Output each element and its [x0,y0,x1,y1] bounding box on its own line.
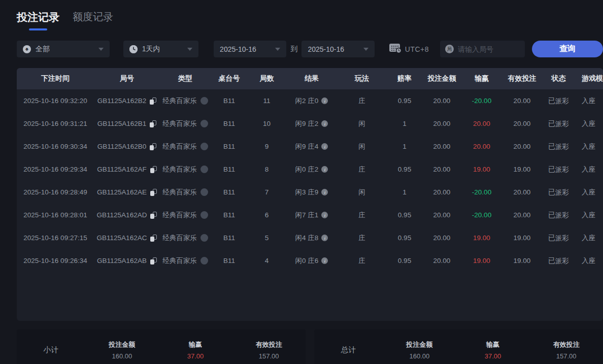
game-type-text: 经典百家乐 [162,96,197,106]
info-icon[interactable]: i [321,97,328,104]
info-icon[interactable]: i [321,166,328,173]
column-header-type: 类型 [160,68,211,89]
info-icon[interactable]: i [321,120,328,127]
cell-play: 闲 [338,112,386,135]
cell-mode: 入座 [576,89,603,112]
chevron-down-icon [275,48,280,51]
info-icon[interactable]: i [321,235,328,241]
table-row[interactable]: 2025-10-16 09:28:01 GB1125A162AD 经典百家乐 B… [17,204,603,226]
copy-icon[interactable] [150,189,157,196]
time-range-select[interactable]: 1天内 [123,41,198,57]
cell-odds: 1 [386,135,423,158]
cell-result: 闲0 庄2 i [286,158,338,181]
info-icon[interactable]: i [321,212,328,218]
round-id-search[interactable]: 局 [440,41,525,57]
date-from-select[interactable]: 2025-10-16 [214,41,286,57]
table-row[interactable]: 2025-10-16 09:26:34 GB1125A162AB 经典百家乐 B… [17,249,603,272]
cell-time: 2025-10-16 09:28:01 [17,204,94,226]
result-text: 闲4 庄8 [295,234,319,243]
cell-time: 2025-10-16 09:26:34 [17,249,94,272]
cell-status: 已派彩 [542,158,576,181]
total-bet: 投注金额 160.00 [383,340,456,360]
round-id-input[interactable] [458,45,520,53]
cell-play: 闲 [338,135,386,158]
date-to-select[interactable]: 2025-10-16 [302,41,374,57]
result-text: 闲3 庄9 [295,188,319,197]
copy-icon[interactable] [150,166,157,173]
table-header-row: 下注时间 局号 类型 桌台号 局数 结果 玩法 赔率 投注金额 输赢 有效投注 … [17,68,603,89]
cell-round-id: GB1125A162AF [94,158,160,181]
cell-valid: 19.00 [502,226,542,249]
calendar-clock-icon [389,43,401,55]
game-type-text: 经典百家乐 [162,188,197,197]
cell-mode: 入座 [576,181,603,204]
cell-valid: 19.00 [502,158,542,181]
copy-icon[interactable] [150,120,156,127]
cell-round-id: GB1125A162AB [94,249,160,272]
table-row[interactable]: 2025-10-16 09:31:21 GB1125A162B1 经典百家乐 B… [17,112,603,135]
table-row[interactable]: 2025-10-16 09:27:15 GB1125A162AC 经典百家乐 B… [17,226,603,249]
copy-icon[interactable] [150,235,157,242]
tab-quota-records[interactable]: 额度记录 [73,10,113,24]
table-row[interactable]: 2025-10-16 09:29:34 GB1125A162AF 经典百家乐 B… [17,158,603,181]
cell-winloss: 19.00 [461,226,502,249]
subtotal-bet: 投注金额 160.00 [85,340,159,360]
info-icon[interactable]: i [321,143,328,150]
copy-icon[interactable] [150,143,156,150]
cell-bet: 20.00 [423,181,461,204]
result-text: 闲2 庄0 [295,96,319,106]
game-logo-icon [200,166,208,173]
info-icon[interactable]: i [321,257,328,264]
copy-icon[interactable] [150,257,157,264]
table-row[interactable]: 2025-10-16 09:28:49 GB1125A162AE 经典百家乐 B… [17,181,603,204]
cell-winloss: 20.00 [461,112,502,135]
cell-result: 闲4 庄8 i [286,226,338,249]
chevron-down-icon [363,48,368,51]
round-id-text: GB1125A162AC [97,234,147,242]
round-id-text: GB1125A162AE [97,188,147,196]
cell-valid: 19.00 [502,249,542,272]
cell-round-num: 11 [248,89,286,112]
cell-play: 庄 [338,158,386,181]
game-logo-icon [200,97,208,105]
total-bet-value: 160.00 [383,352,456,360]
cell-mode: 入座 [576,158,603,181]
tab-quota-records-label: 额度记录 [73,10,113,24]
cell-valid: 20.00 [502,181,542,204]
total-winloss-value: 37.00 [456,352,530,360]
subtotal-bet-value: 160.00 [85,352,159,360]
table-row[interactable]: 2025-10-16 09:30:34 GB1125A162B0 经典百家乐 B… [17,135,603,158]
table-row[interactable]: 2025-10-16 09:32:20 GB1125A162B2 经典百家乐 B… [17,89,603,112]
total-title: 总计 [314,345,383,355]
info-icon[interactable]: i [321,189,328,195]
copy-icon[interactable] [150,212,157,219]
total-winloss: 输赢 37.00 [456,340,530,360]
cell-type: 经典百家乐 [160,204,211,226]
cell-play: 庄 [338,249,386,272]
game-type-select[interactable]: ♠ 全部 [17,41,110,57]
cell-type: 经典百家乐 [160,112,211,135]
cell-time: 2025-10-16 09:32:20 [17,89,94,112]
cell-winloss: 19.00 [461,158,502,181]
cell-type: 经典百家乐 [160,249,211,272]
total-valid: 有效投注 157.00 [529,340,603,360]
tab-bet-records[interactable]: 投注记录 [17,10,59,30]
cell-play: 庄 [338,89,386,112]
cell-odds: 0.95 [386,204,423,226]
copy-icon[interactable] [150,97,156,105]
date-from-value: 2025-10-16 [220,45,271,53]
cell-result: 闲9 庄4 i [286,135,338,158]
column-header-play: 玩法 [338,68,386,89]
cell-status: 已派彩 [542,135,576,158]
cell-table-no: B11 [211,249,248,272]
timezone-display[interactable]: UTC+8 [389,43,429,55]
cell-bet: 20.00 [423,204,461,226]
cell-play: 庄 [338,204,386,226]
cell-type: 经典百家乐 [160,89,211,112]
cell-round-id: GB1125A162AE [94,181,160,204]
cell-play: 闲 [338,181,386,204]
game-logo-icon [200,143,208,150]
cell-result: 闲2 庄0 i [286,89,338,112]
total-bet-label: 投注金额 [383,340,456,349]
query-button[interactable]: 查询 [532,41,603,57]
